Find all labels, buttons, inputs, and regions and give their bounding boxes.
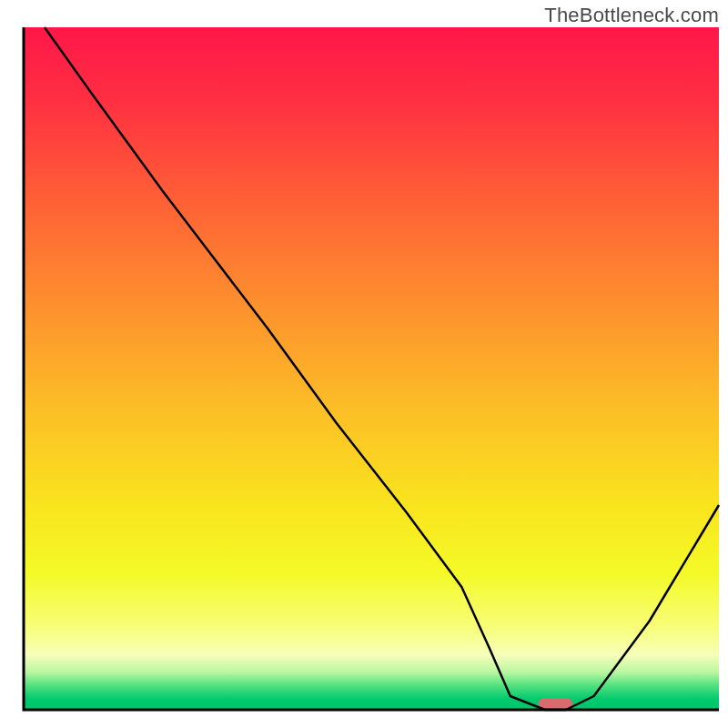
- gradient-background: [24, 27, 719, 710]
- bottleneck-chart: [0, 0, 728, 728]
- chart-container: TheBottleneck.com: [0, 0, 728, 728]
